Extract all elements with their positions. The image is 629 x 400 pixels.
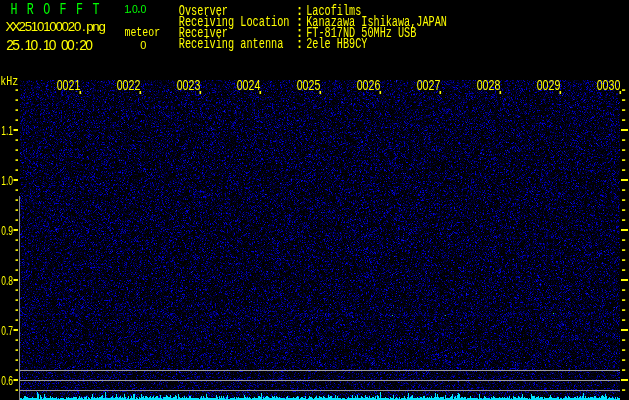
svg-text:0: 0	[85, 38, 93, 53]
svg-text:0025: 0025	[297, 77, 321, 93]
svg-text:0: 0	[31, 38, 39, 53]
svg-text:1.1: 1.1	[1, 123, 13, 138]
svg-text:0021: 0021	[57, 77, 81, 93]
svg-text:0.7: 0.7	[1, 323, 13, 338]
svg-text:F: F	[60, 0, 67, 19]
svg-text:1: 1	[124, 3, 130, 15]
svg-text:O: O	[43, 0, 50, 19]
svg-text:0: 0	[49, 38, 57, 53]
svg-text:0022: 0022	[117, 77, 141, 93]
svg-text:g: g	[99, 19, 106, 34]
svg-text:0: 0	[132, 3, 138, 15]
svg-text:0.9: 0.9	[1, 223, 13, 238]
svg-text:0027: 0027	[417, 77, 441, 93]
svg-text:0023: 0023	[177, 77, 201, 93]
svg-text:0029: 0029	[537, 77, 561, 93]
svg-text:meteor: meteor	[125, 25, 161, 40]
svg-text:0.6: 0.6	[1, 373, 13, 388]
svg-text:2ele HB9CY: 2ele HB9CY	[306, 36, 367, 52]
svg-text::: :	[295, 36, 304, 52]
svg-text:0: 0	[74, 19, 81, 34]
svg-text:0.8: 0.8	[1, 273, 13, 288]
svg-text:5: 5	[12, 38, 20, 53]
svg-text:kHz: kHz	[0, 74, 18, 89]
svg-text:0028: 0028	[477, 77, 501, 93]
svg-text:T: T	[92, 0, 99, 19]
svg-text:0: 0	[140, 39, 146, 51]
svg-text:1.0: 1.0	[1, 173, 13, 188]
svg-text:0024: 0024	[237, 77, 261, 93]
svg-text:0026: 0026	[357, 77, 381, 93]
svg-text:0030: 0030	[597, 77, 621, 93]
svg-text:0: 0	[67, 38, 75, 53]
svg-text:Receiving antenna: Receiving antenna	[179, 36, 284, 52]
svg-text:R: R	[27, 0, 34, 19]
svg-text:H: H	[10, 0, 17, 19]
svg-text:0: 0	[141, 3, 147, 15]
svg-text:F: F	[76, 0, 83, 19]
svg-text:.: .	[82, 19, 86, 34]
